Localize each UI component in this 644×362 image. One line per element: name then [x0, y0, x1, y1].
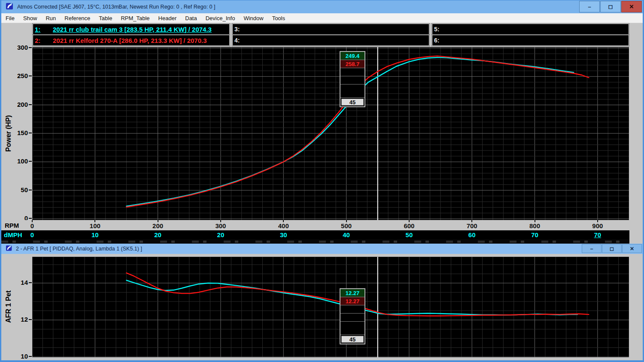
cursor-value-run2: 258.7: [340, 60, 365, 68]
dyno-power-window: Atmos Corrected [SAE J607, 15°C, 1013mBa…: [0, 0, 644, 244]
legend-slot-4-number: 4:: [234, 37, 240, 44]
rpm-axis-row: RPM 0100200300400500600700800900: [1, 220, 643, 230]
legend-run-2[interactable]: 2: 2021 rr Kelford 270-A [286.0 HP, 213.…: [33, 35, 229, 45]
rpm-tick-label: 500: [337, 222, 356, 229]
dmph-tick-label: 50: [398, 231, 420, 238]
afr-chart-plot[interactable]: [32, 256, 629, 357]
y-tick-mark: [29, 319, 32, 320]
dmph-tick-label: 30: [272, 231, 295, 238]
app-icon: [6, 245, 12, 253]
menu-item-device-info[interactable]: Device_Info: [201, 15, 240, 21]
cursor-value-empty: [340, 68, 365, 76]
power-axis-ticks: 300250200150100500: [1, 47, 32, 220]
legend-slot-3[interactable]: 3:: [233, 24, 429, 34]
cursor-value-run2: 12.27: [340, 297, 365, 305]
menu-item-header[interactable]: Header: [154, 15, 181, 21]
rpm-tick-label: 200: [149, 222, 167, 229]
dmph-tick-label: 20: [210, 231, 232, 238]
legend-slot-5-number: 5:: [434, 26, 439, 33]
legend-run-1-number: 1:: [35, 26, 53, 33]
afr-window: 2 - AFR 1 Pet [ PIDDAQ, Analog, Lambda 1…: [0, 244, 644, 362]
y-tick-label: 10: [21, 353, 28, 360]
cursor-value-empty: [340, 314, 365, 322]
close-icon[interactable]: ✕: [622, 244, 642, 253]
y-tick-label: 300: [17, 44, 28, 51]
rpm-tick-label: 800: [526, 222, 544, 229]
rpm-tick-label: 0: [23, 222, 42, 229]
minimize-icon[interactable]: –: [579, 1, 600, 12]
y-tick-label: 50: [21, 186, 28, 193]
rpm-axis-label: RPM: [5, 222, 19, 229]
dmph-tick-label: 0: [21, 231, 43, 238]
rpm-tick-label: 400: [274, 222, 293, 229]
menu-item-tools[interactable]: Tools: [268, 15, 289, 21]
legend-slot-6[interactable]: 6:: [432, 35, 629, 45]
y-tick-mark: [29, 75, 32, 76]
menu-item-run[interactable]: Run: [41, 15, 60, 21]
y-tick-label: 12: [21, 316, 28, 323]
menu-item-show[interactable]: Show: [19, 15, 42, 21]
cursor-value-empty: [340, 84, 365, 98]
title-bar[interactable]: 2 - AFR 1 Pet [ PIDDAQ, Analog, Lambda 1…: [1, 244, 643, 254]
cursor-value-empty: [340, 305, 365, 314]
cursor-readout-box[interactable]: 12.27 12.27 45: [340, 288, 365, 344]
legend-run-1[interactable]: 1: 2021 rr club trail cam 3 [283.5 HP, 2…: [33, 24, 229, 34]
y-tick-label: 250: [17, 72, 28, 79]
rpm-tick-label: 100: [85, 222, 104, 229]
cursor-x-readout: 45: [341, 336, 364, 343]
menu-item-data[interactable]: Data: [181, 15, 201, 21]
dmph-tick-label: 60: [461, 231, 483, 238]
y-tick-mark: [29, 282, 32, 283]
maximize-icon[interactable]: ◻: [602, 244, 622, 253]
dmph-tick-label: 70: [586, 231, 609, 238]
menu-item-file[interactable]: File: [1, 15, 19, 21]
cursor-value-run1: 12.27: [340, 289, 365, 297]
dmph-axis-label: dMPH: [4, 231, 22, 238]
legend-run-2-number: 2:: [35, 37, 53, 44]
cursor-value-empty: [340, 322, 365, 335]
menu-item-window[interactable]: Window: [239, 15, 267, 21]
legend-run-2-text: 2021 rr Kelford 270-A [286.0 HP, 213.3 K…: [53, 37, 207, 44]
y-tick-label: 14: [21, 279, 28, 286]
minimize-icon[interactable]: –: [582, 244, 601, 253]
y-tick-mark: [29, 190, 32, 190]
y-tick-mark: [29, 356, 32, 357]
rpm-tick-label: 300: [211, 222, 230, 229]
window-title: 2 - AFR 1 Pet [ PIDDAQ, Analog, Lambda 1…: [16, 246, 142, 252]
dmph-tick-label: 10: [84, 231, 106, 238]
menu-item-table[interactable]: Table: [94, 15, 116, 21]
maximize-icon[interactable]: ◻: [600, 1, 621, 12]
title-bar[interactable]: Atmos Corrected [SAE J607, 15°C, 1013mBa…: [1, 0, 643, 13]
y-tick-mark: [29, 161, 32, 162]
menu-bar: File Show Run Reference Table RPM_Table …: [1, 13, 643, 23]
y-tick-mark: [29, 47, 32, 48]
rpm-tick-label: 600: [400, 222, 419, 229]
y-tick-label: 100: [17, 157, 28, 165]
cursor-readout-box[interactable]: 249.4 258.7 45: [340, 51, 365, 107]
dmph-axis-row: dMPH 0102020304050607070: [1, 230, 629, 239]
y-tick-mark: [29, 218, 32, 219]
dmph-tick-label: 70: [524, 231, 546, 238]
app-icon: [6, 3, 14, 11]
legend-run-1-text: 2021 rr club trail cam 3 [283.5 HP, 211.…: [53, 26, 212, 33]
cursor-value-empty: [340, 76, 365, 84]
y-tick-mark: [29, 133, 32, 133]
legend-slot-5[interactable]: 5:: [432, 24, 629, 34]
afr-axis-ticks: 141210: [1, 256, 32, 357]
rpm-tick-label: 900: [588, 222, 607, 229]
y-tick-label: 150: [17, 129, 28, 136]
cursor-x-readout: 45: [341, 99, 364, 106]
window-title: Atmos Corrected [SAE J607, 15°C, 1013mBa…: [17, 4, 215, 10]
y-tick-label: 200: [17, 101, 28, 108]
rpm-tick-label: 700: [462, 222, 481, 229]
cursor-value-run1: 249.4: [340, 52, 365, 60]
legend-slot-6-number: 6:: [434, 37, 439, 44]
dmph-tick-label: 40: [335, 231, 358, 238]
legend-slot-4[interactable]: 4:: [233, 35, 429, 45]
menu-item-reference[interactable]: Reference: [60, 15, 94, 21]
y-tick-mark: [29, 104, 32, 105]
power-chart-plot[interactable]: [32, 47, 629, 220]
close-icon[interactable]: ✕: [621, 1, 642, 12]
dmph-tick-label: 20: [147, 231, 169, 238]
menu-item-rpm-table[interactable]: RPM_Table: [116, 15, 154, 21]
